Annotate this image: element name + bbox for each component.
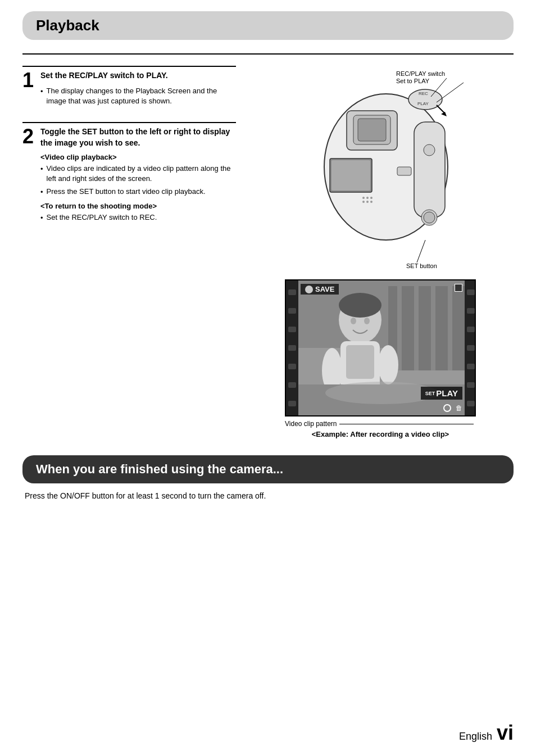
svg-point-13 xyxy=(424,212,435,223)
svg-marker-10 xyxy=(441,112,447,116)
footer: English vi xyxy=(459,721,514,745)
step2-bullet-3: • Set the REC/PLAY switch to REC. xyxy=(40,212,236,223)
svg-point-39 xyxy=(378,345,398,384)
film-strip-right xyxy=(465,280,476,415)
main-content: 1 Set the REC/PLAY switch to PLAY. • The… xyxy=(22,66,514,438)
step2-body: Toggle the SET button to the left or rig… xyxy=(40,126,236,225)
svg-point-21 xyxy=(370,201,373,203)
svg-text:PLAY: PLAY xyxy=(417,101,429,106)
step2-title: Toggle the SET button to the left or rig… xyxy=(40,126,236,148)
svg-rect-37 xyxy=(346,345,374,379)
step2-bullet-1-text: Video clips are indicated by a video cli… xyxy=(47,164,236,184)
video-clip-pattern-label: Video clip pattern xyxy=(285,420,337,428)
bottom-text: Press the ON/OFF button for at least 1 s… xyxy=(22,491,514,500)
bullet-dot-3: • xyxy=(40,187,43,197)
svg-rect-14 xyxy=(397,167,411,175)
rec-play-switch-label: REC/PLAY switch xyxy=(396,70,445,77)
video-clip-label-row: Video clip pattern xyxy=(285,420,476,428)
bottom-section: When you are finished using the camera..… xyxy=(22,455,514,500)
set-button-label: SET button xyxy=(406,262,437,269)
step1-bullet-1-text: The display changes to the Playback Scre… xyxy=(47,86,236,106)
svg-point-20 xyxy=(366,201,369,203)
screen-container: SAVE SET PLAY xyxy=(285,279,476,438)
step1-title: Set the REC/PLAY switch to PLAY. xyxy=(40,70,236,82)
bullet-dot: • xyxy=(40,87,43,97)
film-hole xyxy=(467,345,475,351)
step-1: 1 Set the REC/PLAY switch to PLAY. • The… xyxy=(22,66,236,108)
film-hole xyxy=(467,382,475,388)
svg-line-9 xyxy=(437,105,445,114)
playback-screen-area: SAVE SET PLAY xyxy=(247,279,514,438)
section-header: Playback xyxy=(22,11,514,40)
step2-number: 2 xyxy=(22,126,34,147)
bottom-icons: 🗑 xyxy=(443,404,462,412)
playback-image-container: SAVE SET PLAY xyxy=(285,279,476,417)
set-to-play-label: Set to PLAY xyxy=(396,78,430,84)
footer-page: vi xyxy=(497,721,514,745)
svg-point-15 xyxy=(424,144,435,156)
film-hole xyxy=(467,289,475,295)
svg-point-35 xyxy=(364,318,370,324)
svg-text:REC: REC xyxy=(419,91,428,96)
bullet-dot-2: • xyxy=(40,164,43,174)
step1-bullet-1: • The display changes to the Playback Sc… xyxy=(40,86,236,106)
svg-rect-11 xyxy=(414,122,445,218)
camera-illustration: REC PLAY xyxy=(296,66,465,279)
step2-bullet-2: • Press the SET button to start video cl… xyxy=(40,187,236,197)
film-hole xyxy=(467,401,475,406)
svg-point-33 xyxy=(339,293,381,318)
example-caption: <Example: After recording a video clip> xyxy=(285,430,476,438)
label-line-horiz xyxy=(339,424,474,424)
circle-icon xyxy=(443,404,451,412)
step2-bullet-2-text: Press the SET button to start video clip… xyxy=(47,187,206,197)
step2-bullet-3-text: Set the REC/PLAY switch to REC. xyxy=(47,212,157,223)
svg-rect-5 xyxy=(331,160,370,191)
svg-rect-3 xyxy=(358,119,386,141)
save-label: SAVE xyxy=(301,284,339,295)
film-hole xyxy=(288,364,296,369)
film-hole xyxy=(288,382,296,388)
trash-icon: 🗑 xyxy=(456,404,462,412)
film-hole xyxy=(467,308,475,314)
svg-point-19 xyxy=(362,201,365,203)
bottom-header: When you are finished using the camera..… xyxy=(22,455,514,483)
film-hole xyxy=(288,308,296,314)
screen-ui: SAVE SET PLAY xyxy=(286,280,476,415)
top-rule xyxy=(22,53,514,55)
illustration-wrapper: REC PLAY xyxy=(247,66,514,438)
bottom-title: When you are finished using the camera..… xyxy=(36,462,283,476)
play-text: PLAY xyxy=(436,388,458,398)
film-hole xyxy=(288,345,296,351)
svg-point-17 xyxy=(366,197,369,199)
film-hole xyxy=(467,327,475,332)
page-container: Playback 1 Set the REC/PLAY switch to PL… xyxy=(0,0,536,756)
step2-sub2: <To return to the shooting mode> xyxy=(40,202,236,210)
film-hole xyxy=(288,327,296,332)
corner-square xyxy=(455,284,462,292)
bullet-dot-4: • xyxy=(40,213,43,223)
step2-bullet-1: • Video clips are indicated by a video c… xyxy=(40,164,236,184)
illustration-column: REC PLAY xyxy=(247,66,514,438)
play-label: SET PLAY xyxy=(421,387,462,400)
svg-point-34 xyxy=(351,318,356,324)
section-title: Playback xyxy=(36,17,99,34)
film-strip-left xyxy=(286,280,298,415)
svg-point-18 xyxy=(370,197,373,199)
save-icon xyxy=(305,286,313,293)
step1-number: 1 xyxy=(22,70,34,90)
step2-rule xyxy=(22,122,236,123)
footer-english: English xyxy=(459,731,492,743)
step2-sub1: <Video clip playback> xyxy=(40,153,236,161)
step-2: 2 Toggle the SET button to the left or r… xyxy=(22,122,236,225)
film-hole xyxy=(467,364,475,369)
steps-column: 1 Set the REC/PLAY switch to PLAY. • The… xyxy=(22,66,236,438)
set-prefix: SET xyxy=(425,391,435,396)
save-text: SAVE xyxy=(315,285,334,293)
svg-point-16 xyxy=(362,197,365,199)
step1-rule xyxy=(22,66,236,67)
film-hole xyxy=(288,401,296,406)
film-hole xyxy=(288,289,296,295)
svg-line-24 xyxy=(417,240,425,262)
step1-body: Set the REC/PLAY switch to PLAY. • The d… xyxy=(40,70,236,108)
